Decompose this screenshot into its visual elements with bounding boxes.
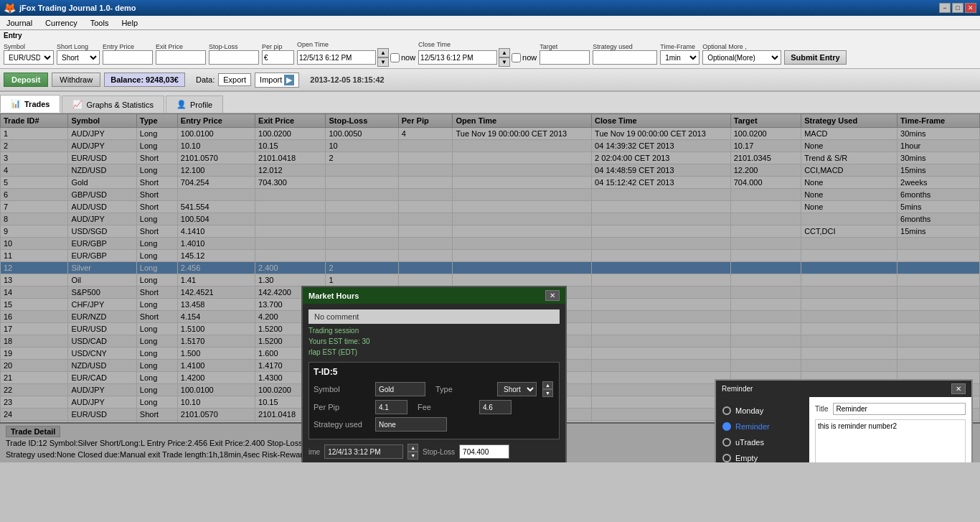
app-title: jFox Trading Journal 1.0- demo xyxy=(19,4,136,12)
open-time-up[interactable]: ▲ xyxy=(377,48,389,57)
reminder-body: Monday Reminder uTrades Empty Empty xyxy=(716,397,971,462)
maximize-button[interactable]: □ xyxy=(952,3,963,13)
title-bar: 🦊 jFox Trading Journal 1.0- demo − □ ✕ xyxy=(0,0,980,16)
open-time-tid-input[interactable] xyxy=(324,444,403,459)
open-time-now-label: now xyxy=(401,53,415,62)
menu-help[interactable]: Help xyxy=(118,18,141,28)
close-time-now-label: now xyxy=(522,53,537,62)
reminder-radio[interactable] xyxy=(722,422,731,431)
symbol-tid-input[interactable] xyxy=(375,382,425,396)
target-input[interactable] xyxy=(540,50,590,65)
tabs: 📊 Trades 📈 Graphs & Statistics 👤 Profile xyxy=(0,92,980,113)
timeframe-label: Time-Frame xyxy=(660,43,695,50)
reminder-item-utrades[interactable]: uTrades xyxy=(720,434,806,450)
short-long-select[interactable]: Short Long xyxy=(57,50,100,65)
sl-tid-label: Stop-Loss xyxy=(423,448,455,456)
withdraw-button[interactable]: Withdraw xyxy=(52,73,100,87)
utrades-radio[interactable] xyxy=(722,438,731,447)
ot-down[interactable]: ▼ xyxy=(407,452,418,460)
type-up-btn[interactable]: ▲ xyxy=(542,381,553,389)
per-pip-input[interactable] xyxy=(262,50,294,65)
per-pip-group: Per pip xyxy=(262,43,294,65)
submit-entry-button[interactable]: Submit Entry xyxy=(784,50,846,65)
fee-tid-input[interactable] xyxy=(479,400,512,414)
graphs-tab-icon: 📈 xyxy=(72,100,83,109)
open-time-now-checkbox[interactable] xyxy=(390,53,400,62)
strategy-group: Strategy used xyxy=(593,43,657,65)
submit-spacer xyxy=(784,43,786,50)
reminder-item-monday[interactable]: Monday xyxy=(720,403,806,419)
stop-loss-group: Stop-Loss xyxy=(209,43,259,65)
data-label: Data: xyxy=(196,75,215,84)
exit-price-input[interactable] xyxy=(156,50,206,65)
reminder-content-textarea[interactable]: this is reminder number2 xyxy=(815,419,966,462)
type-down-btn[interactable]: ▼ xyxy=(542,389,553,397)
menu-journal[interactable]: Journal xyxy=(4,18,35,28)
reminder-header: Reminder ✕ xyxy=(716,381,971,397)
reminder-close-x[interactable]: ✕ xyxy=(951,383,966,394)
stop-loss-tid-input[interactable] xyxy=(459,444,509,459)
title-field-label: Title xyxy=(815,405,829,413)
market-hours-close-x[interactable]: ✕ xyxy=(545,290,560,301)
reminder-right: Title this is reminder number2 xyxy=(809,397,971,462)
optional-select[interactable]: Optional(More) Option 1 xyxy=(702,50,781,65)
tab-graphs-statistics[interactable]: 📈 Graphs & Statistics xyxy=(62,95,164,113)
strategy-tid-input[interactable] xyxy=(375,417,447,432)
strategy-tid-row: Strategy used xyxy=(314,417,555,432)
timeframe-select[interactable]: 1min 5mins 15mins 30mins 1hour xyxy=(660,50,699,65)
timestamp: 2013-12-05 18:15:42 xyxy=(310,75,384,84)
reminder-popup: Reminder ✕ Monday Reminder uTrades xyxy=(715,379,973,462)
per-pip-label: Per pip xyxy=(262,43,283,50)
open-time-label: Open Time xyxy=(297,41,329,48)
perpip-tid-input[interactable] xyxy=(375,400,407,414)
deposit-button[interactable]: Deposit xyxy=(4,73,48,87)
entry-label: Entry xyxy=(4,32,976,39)
trading-session-text: Trading session xyxy=(308,327,560,335)
stop-loss-input[interactable] xyxy=(209,50,259,65)
overlap-text: rlap EST (EDT) xyxy=(308,348,560,356)
close-time-now-checkbox[interactable] xyxy=(512,53,521,62)
title-row: Title xyxy=(815,403,966,415)
est-time-text: Yours EST time: 30 xyxy=(308,337,560,345)
reminder-item-reminder[interactable]: Reminder xyxy=(720,419,806,434)
empty1-radio[interactable] xyxy=(722,454,731,462)
close-button[interactable]: ✕ xyxy=(965,3,976,13)
menu-tools[interactable]: Tools xyxy=(88,18,112,28)
strategy-tid-label: Strategy used xyxy=(314,420,371,429)
perpip-fee-row: Per Pip Fee xyxy=(314,400,555,414)
menu-currency[interactable]: Currency xyxy=(42,18,80,28)
export-button[interactable]: Export xyxy=(218,73,251,86)
open-time-tid-label: ime xyxy=(308,448,320,456)
strategy-input[interactable] xyxy=(593,50,657,65)
ot-up[interactable]: ▲ xyxy=(407,444,418,452)
type-tid-select[interactable]: Short Long xyxy=(497,382,537,396)
tab-profile[interactable]: 👤 Profile xyxy=(166,95,223,113)
reminder-list: Monday Reminder uTrades Empty Empty xyxy=(716,397,809,462)
close-time-label: Close Time xyxy=(418,41,451,48)
fee-tid-label: Fee xyxy=(418,403,475,411)
symbol-select[interactable]: EUR/USD GBP/USD AUD/JPY xyxy=(4,50,54,65)
entry-price-label: Entry Price xyxy=(103,43,134,50)
close-time-up[interactable]: ▲ xyxy=(499,48,510,57)
import-icon: ▶ xyxy=(284,75,294,85)
comment-box: No comment xyxy=(308,309,560,324)
profile-tab-icon: 👤 xyxy=(176,100,187,109)
reminder-item-empty1[interactable]: Empty xyxy=(720,450,806,462)
minimize-button[interactable]: − xyxy=(939,3,951,13)
import-button[interactable]: Import ▶ xyxy=(255,73,299,88)
optional-label: Optional More , xyxy=(702,43,747,50)
close-time-input[interactable] xyxy=(418,50,497,65)
profile-tab-label: Profile xyxy=(190,101,212,109)
market-hours-header: Market Hours ✕ xyxy=(303,287,565,304)
entry-price-input[interactable] xyxy=(103,50,153,65)
open-time-input[interactable] xyxy=(297,50,376,65)
trades-tab-label: Trades xyxy=(24,100,50,108)
reminder-title-input[interactable] xyxy=(833,403,966,415)
reminder-item-label: Reminder xyxy=(735,422,770,431)
tab-trades[interactable]: 📊 Trades xyxy=(0,95,60,113)
short-long-group: Short Long Short Long xyxy=(57,43,100,65)
open-time-down[interactable]: ▼ xyxy=(377,57,389,67)
close-time-down[interactable]: ▼ xyxy=(499,57,510,67)
monday-radio[interactable] xyxy=(722,406,731,415)
graphs-tab-label: Graphs & Statistics xyxy=(86,101,154,109)
